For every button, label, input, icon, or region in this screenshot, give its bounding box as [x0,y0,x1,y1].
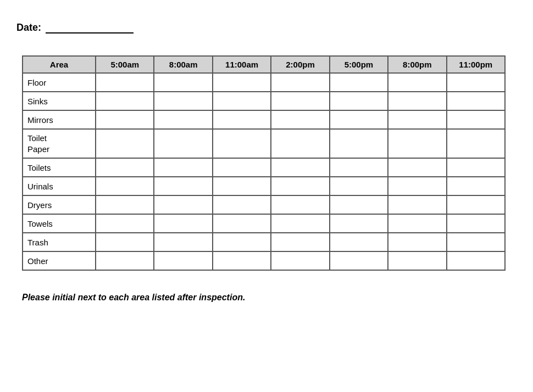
table-row: Toilets [23,158,505,177]
check-cell [213,92,271,110]
check-cell [447,195,505,214]
table-row: ToiletPaper [23,129,505,158]
check-cell [96,177,154,195]
check-cell [388,158,446,177]
check-cell [271,195,329,214]
check-cell [271,129,329,158]
check-cell [154,214,212,233]
inspection-table: Area 5:00am 8:00am 11:00am 2:00pm 5:00pm… [22,55,506,271]
check-cell [213,195,271,214]
table-row: Other [23,251,505,270]
check-cell [271,251,329,270]
col-header-2pm: 2:00pm [271,56,329,73]
check-cell [154,195,212,214]
check-cell [330,177,388,195]
table-row: Dryers [23,195,505,214]
check-cell [96,73,154,92]
check-cell [213,110,271,129]
check-cell [330,92,388,110]
check-cell [154,92,212,110]
table-row: Trash [23,233,505,251]
col-header-5pm: 5:00pm [330,56,388,73]
check-cell [271,73,329,92]
check-cell [271,214,329,233]
col-header-11am: 11:00am [213,56,271,73]
check-cell [213,129,271,158]
check-cell [271,110,329,129]
area-cell: Trash [23,233,96,251]
col-header-8am: 8:00am [154,56,212,73]
date-line: Date: [16,22,517,33]
check-cell [96,110,154,129]
col-header-area: Area [23,56,96,73]
check-cell [330,110,388,129]
check-cell [388,92,446,110]
check-cell [96,129,154,158]
check-cell [213,73,271,92]
check-cell [213,214,271,233]
col-header-11pm: 11:00pm [447,56,505,73]
check-cell [271,177,329,195]
area-cell: Sinks [23,92,96,110]
check-cell [154,110,212,129]
check-cell [96,214,154,233]
check-cell [154,129,212,158]
check-cell [447,129,505,158]
check-cell [388,214,446,233]
check-cell [330,73,388,92]
check-cell [213,177,271,195]
date-label: Date: [16,22,41,33]
check-cell [96,92,154,110]
table-row: Urinals [23,177,505,195]
col-header-8pm: 8:00pm [388,56,446,73]
check-cell [447,177,505,195]
check-cell [96,158,154,177]
check-cell [154,73,212,92]
check-cell [154,158,212,177]
area-cell: Other [23,251,96,270]
check-cell [330,214,388,233]
table-row: Towels [23,214,505,233]
table-row: Sinks [23,92,505,110]
check-cell [447,251,505,270]
check-cell [213,233,271,251]
area-cell: Toilets [23,158,96,177]
check-cell [447,92,505,110]
area-cell: Floor [23,73,96,92]
table-row: Floor [23,73,505,92]
table-row: Mirrors [23,110,505,129]
check-cell [447,214,505,233]
check-cell [388,195,446,214]
check-cell [154,177,212,195]
check-cell [388,73,446,92]
footer-note: Please initial next to each area listed … [22,293,517,303]
check-cell [96,251,154,270]
check-cell [330,158,388,177]
table-header-row: Area 5:00am 8:00am 11:00am 2:00pm 5:00pm… [23,56,505,73]
check-cell [271,233,329,251]
check-cell [330,251,388,270]
check-cell [271,158,329,177]
check-cell [388,110,446,129]
check-cell [330,129,388,158]
check-cell [388,251,446,270]
check-cell [330,233,388,251]
date-underline-field [46,23,134,33]
check-cell [388,129,446,158]
check-cell [213,158,271,177]
area-cell: Mirrors [23,110,96,129]
check-cell [213,251,271,270]
check-cell [447,73,505,92]
check-cell [154,233,212,251]
check-cell [330,195,388,214]
check-cell [96,233,154,251]
area-cell: Towels [23,214,96,233]
area-cell: ToiletPaper [23,129,96,158]
check-cell [447,233,505,251]
check-cell [447,110,505,129]
check-cell [388,177,446,195]
check-cell [154,251,212,270]
check-cell [271,92,329,110]
check-cell [96,195,154,214]
area-cell: Dryers [23,195,96,214]
